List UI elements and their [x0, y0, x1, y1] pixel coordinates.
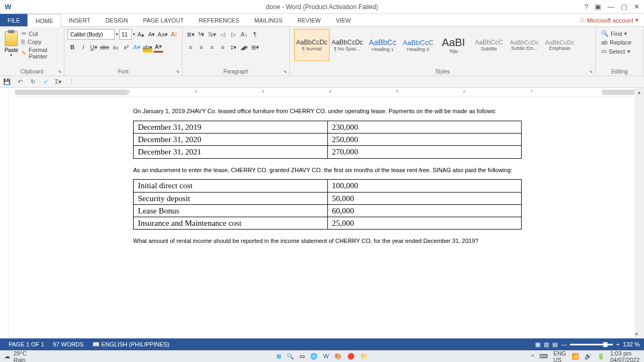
scroll-down-icon[interactable]: ▼: [634, 330, 639, 338]
show-marks-button[interactable]: ¶: [250, 29, 260, 40]
search-icon[interactable]: 🔍: [287, 353, 294, 360]
print-layout-icon[interactable]: ▥: [544, 341, 549, 348]
font-launcher[interactable]: ⬊: [176, 69, 180, 74]
language-indicator[interactable]: ENGUS: [553, 350, 566, 363]
strike-button[interactable]: abc: [100, 42, 109, 53]
doc-p2[interactable]: As an inducement to enter the lease, CHE…: [133, 166, 522, 174]
redo-button[interactable]: ↻: [28, 77, 38, 87]
style--no-spac-[interactable]: AaBbCcDc¶ No Spac...: [330, 29, 365, 61]
ms-account[interactable]: ⚠Microsoft account ▾: [574, 14, 644, 26]
style-subtitle[interactable]: AaBbCcCSubtitle: [471, 29, 507, 61]
minimize-icon[interactable]: —: [608, 3, 614, 11]
word-count[interactable]: 97 WORDS: [48, 341, 87, 348]
doc-p1[interactable]: On January 1, 2019 ZHAVY Co. leased offi…: [133, 107, 522, 115]
page[interactable]: On January 1, 2019 ZHAVY Co. leased offi…: [15, 97, 634, 338]
italic-button[interactable]: I: [78, 42, 88, 53]
page-count[interactable]: PAGE 1 OF 1: [4, 341, 48, 348]
style-subtle-em-[interactable]: AaBbCcDcSubtle Em...: [507, 29, 542, 61]
horizontal-ruler[interactable]: 1234567: [15, 88, 634, 97]
highlight-button[interactable]: ab▾: [143, 42, 152, 53]
bold-button[interactable]: B: [68, 42, 77, 53]
word-taskbar-icon[interactable]: W: [323, 353, 328, 360]
shading-button[interactable]: ◢▾: [239, 42, 249, 53]
vertical-ruler[interactable]: [0, 97, 9, 338]
doc-table-2[interactable]: Initial direct cost100,000Security depos…: [133, 179, 522, 230]
clipboard-launcher[interactable]: ⬊: [58, 69, 62, 74]
weather-widget[interactable]: ☁ 29°CRain: [4, 350, 27, 363]
bullets-button[interactable]: ≣▾: [186, 29, 195, 40]
zoom-out-button[interactable]: —: [561, 341, 567, 348]
format-painter-button[interactable]: ✎Format Painter: [21, 47, 61, 60]
doc-p3[interactable]: What amount of rental income should be r…: [133, 237, 522, 245]
vertical-scrollbar[interactable]: ▲ ▼: [634, 88, 644, 338]
table-row[interactable]: Initial direct cost100,000: [134, 180, 522, 192]
tab-home[interactable]: HOME: [27, 14, 61, 27]
style-emphasis[interactable]: AaBbCcDcEmphasis: [542, 29, 577, 61]
tab-page-layout[interactable]: PAGE LAYOUT: [136, 14, 192, 26]
tab-mailings[interactable]: MAILINGS: [247, 14, 290, 26]
styles-launcher[interactable]: ⬊: [589, 69, 593, 74]
subscript-button[interactable]: x₂: [111, 42, 120, 53]
keyboard-icon[interactable]: ⌨: [539, 353, 548, 360]
style-heading-1[interactable]: AaBbCcHeading 1: [365, 29, 400, 61]
align-right-button[interactable]: ≡: [207, 42, 217, 53]
align-left-button[interactable]: ≡: [186, 42, 195, 53]
task-view-icon[interactable]: ▭: [299, 353, 305, 360]
multilevel-button[interactable]: ⅞▾: [207, 29, 217, 40]
table-row[interactable]: December 31, 2021270,000: [134, 146, 522, 158]
start-icon[interactable]: ⊞: [276, 353, 281, 360]
qat-customize[interactable]: ⋮: [67, 77, 76, 87]
superscript-button[interactable]: x²: [121, 42, 131, 53]
find-button[interactable]: 🔍Find ▾: [599, 29, 640, 38]
tab-view[interactable]: VIEW: [328, 14, 358, 26]
chrome-icon[interactable]: 🔴: [347, 353, 355, 360]
volume-icon[interactable]: 🔊: [584, 353, 592, 360]
style--normal[interactable]: AaBbCcDc¶ Normal: [294, 29, 330, 61]
tab-insert[interactable]: INSERT: [61, 14, 98, 26]
zoom-slider[interactable]: [570, 344, 613, 345]
app-icon[interactable]: 📁: [360, 353, 368, 360]
clock[interactable]: 1:03 pm04/07/2022: [610, 350, 640, 363]
font-size-select[interactable]: 11: [119, 29, 132, 40]
doc-table-1[interactable]: December 31, 2019230,000December 31, 202…: [133, 121, 522, 159]
borders-button[interactable]: ⊞▾: [250, 42, 260, 53]
change-case-button[interactable]: Aa▾: [158, 29, 168, 40]
numbering-button[interactable]: ⅟▾: [196, 29, 206, 40]
sum-button[interactable]: Σ▾: [54, 77, 63, 87]
ribbon-display-icon[interactable]: ▣: [595, 3, 601, 11]
underline-button[interactable]: U▾: [89, 42, 99, 53]
language[interactable]: 📖 ENGLISH (PHILIPPINES): [88, 341, 174, 348]
align-center-button[interactable]: ≡: [196, 42, 206, 53]
style-title[interactable]: AaBITitle: [436, 29, 471, 61]
scroll-up-icon[interactable]: ▲: [634, 88, 644, 97]
sort-button[interactable]: A↓: [239, 29, 249, 40]
help-icon[interactable]: ?: [584, 3, 588, 11]
tab-references[interactable]: REFERENCES: [192, 14, 247, 26]
font-color-button[interactable]: A▾: [153, 42, 163, 53]
table-row[interactable]: Lease Bonus60,000: [134, 204, 522, 217]
select-button[interactable]: ▭Select ▾: [599, 47, 640, 56]
zoom-in-button[interactable]: +: [616, 341, 619, 348]
tab-design[interactable]: DESIGN: [98, 14, 135, 26]
clear-format-button[interactable]: A⃠: [169, 29, 179, 40]
close-icon[interactable]: ✕: [634, 3, 640, 11]
table-row[interactable]: Security deposit50,000: [134, 192, 522, 204]
cut-button[interactable]: ✂Cut: [21, 30, 61, 37]
maximize-icon[interactable]: ▢: [621, 3, 627, 11]
zoom-level[interactable]: 132 %: [623, 341, 640, 348]
justify-button[interactable]: ≡: [218, 42, 228, 53]
increase-indent-button[interactable]: ▷: [229, 29, 238, 40]
tray-chevron-icon[interactable]: ^: [531, 353, 534, 360]
font-name-select[interactable]: Calibri (Body): [68, 29, 115, 40]
spelling-button[interactable]: ✓: [41, 77, 50, 87]
web-layout-icon[interactable]: ▤: [552, 341, 558, 348]
replace-button[interactable]: abReplace: [599, 38, 640, 47]
copilot-icon[interactable]: 🎨: [334, 353, 342, 360]
table-row[interactable]: Insurance and Maintenance cost25,000: [134, 217, 522, 230]
tab-file[interactable]: FILE: [0, 14, 27, 26]
paragraph-launcher[interactable]: ⬊: [283, 69, 287, 74]
battery-icon[interactable]: 🔋: [597, 353, 605, 360]
paste-button[interactable]: Paste ▾: [3, 29, 19, 67]
read-mode-icon[interactable]: ▦: [535, 341, 540, 348]
tab-review[interactable]: REVIEW: [290, 14, 328, 26]
